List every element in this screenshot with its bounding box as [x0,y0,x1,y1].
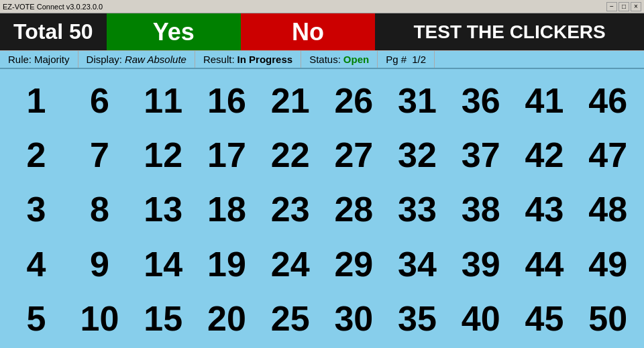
grid-cell-34: 34 [386,238,448,290]
yes-section: Yes [107,13,241,50]
grid-cell-31: 31 [386,74,448,127]
no-section: No [241,13,375,50]
rule-label: Rule: [8,54,32,65]
grid-cell-46: 46 [577,74,639,127]
grid-cell-28: 28 [323,183,384,235]
minimize-button[interactable]: − [606,2,617,11]
title-bar: EZ-VOTE Connect v3.0.23.0.0 − □ × [0,0,644,13]
number-grid: 1611162126313641462712172227323742473813… [3,72,641,347]
grid-cell-6: 6 [69,74,131,127]
grid-cell-13: 13 [132,183,194,235]
maximize-button[interactable]: □ [619,2,629,11]
grid-cell-8: 8 [69,183,131,235]
display-label: Display: [87,54,122,65]
status-bar: Rule: Majority Display: Raw Absolute Res… [0,50,644,69]
grid-cell-4: 4 [5,238,67,290]
grid-cell-16: 16 [196,74,258,127]
total-label: Total [13,19,63,44]
title-bar-controls: − □ × [606,2,641,11]
grid-cell-35: 35 [386,292,448,345]
status-value: Open [343,54,369,65]
grid-cell-11: 11 [132,74,194,127]
total-value: 50 [69,19,93,44]
status-label: Status: [309,54,341,65]
close-button[interactable]: × [631,2,641,11]
pg-label: Pg # [386,54,407,65]
grid-cell-12: 12 [132,129,194,181]
grid-cell-25: 25 [260,292,321,345]
grid-cell-38: 38 [450,183,512,235]
result-label: Result: [203,54,235,65]
status-item: Status: Open [301,51,378,68]
grid-cell-26: 26 [323,74,384,127]
result-value: In Progress [237,54,293,65]
grid-cell-10: 10 [69,292,131,345]
grid-cell-39: 39 [450,238,512,290]
grid-cell-37: 37 [450,129,512,181]
display-value: Raw Absolute [125,54,186,65]
grid-cell-24: 24 [260,238,321,290]
grid-cell-44: 44 [514,238,576,290]
grid-cell-1: 1 [5,74,67,127]
result-item: Result: In Progress [195,51,301,68]
pg-value: 1/2 [412,54,426,65]
grid-cell-19: 19 [196,238,258,290]
grid-cell-49: 49 [577,238,639,290]
grid-cell-45: 45 [514,292,576,345]
grid-cell-14: 14 [132,238,194,290]
grid-cell-5: 5 [5,292,67,345]
grid-cell-47: 47 [577,129,639,181]
grid-container: 1611162126313641462712172227323742473813… [0,69,644,348]
header: Total 50 Yes No TEST THE CLICKERS [0,13,644,50]
grid-cell-17: 17 [196,129,258,181]
grid-cell-32: 32 [386,129,448,181]
grid-cell-27: 27 [323,129,384,181]
grid-cell-22: 22 [260,129,321,181]
grid-cell-40: 40 [450,292,512,345]
grid-cell-18: 18 [196,183,258,235]
grid-cell-41: 41 [514,74,576,127]
title-section: TEST THE CLICKERS [375,13,644,50]
grid-cell-48: 48 [577,183,639,235]
total-section: Total 50 [0,13,107,50]
rule-value: Majority [34,54,70,65]
grid-cell-42: 42 [514,129,576,181]
grid-cell-23: 23 [260,183,321,235]
no-label: No [292,18,324,46]
grid-cell-43: 43 [514,183,576,235]
grid-cell-30: 30 [323,292,384,345]
yes-label: Yes [153,18,195,46]
grid-cell-3: 3 [5,183,67,235]
grid-cell-2: 2 [5,129,67,181]
main-title: TEST THE CLICKERS [414,21,606,43]
title-bar-text: EZ-VOTE Connect v3.0.23.0.0 [3,3,606,11]
grid-cell-20: 20 [196,292,258,345]
grid-cell-9: 9 [69,238,131,290]
display-item: Display: Raw Absolute [78,51,195,68]
grid-cell-21: 21 [260,74,321,127]
grid-cell-33: 33 [386,183,448,235]
page-item: Pg # 1/2 [378,51,435,68]
grid-cell-50: 50 [577,292,639,345]
grid-cell-36: 36 [450,74,512,127]
grid-cell-7: 7 [69,129,131,181]
grid-cell-29: 29 [323,238,384,290]
grid-cell-15: 15 [132,292,194,345]
rule-item: Rule: Majority [0,51,78,68]
